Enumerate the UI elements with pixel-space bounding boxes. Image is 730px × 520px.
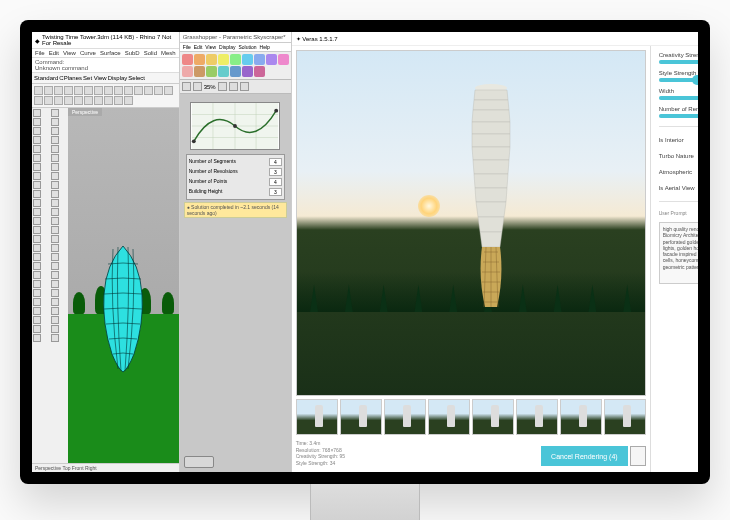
gh-node[interactable] xyxy=(184,456,214,468)
gh-component-icon[interactable] xyxy=(206,66,217,77)
rhino-tool-icon[interactable] xyxy=(64,96,73,105)
prompt-textarea[interactable]: high quality rendering of modern bee hiv… xyxy=(659,222,698,284)
gh-component-tabs[interactable] xyxy=(180,52,291,80)
param-value[interactable]: 4 xyxy=(269,178,282,186)
gh-component-icon[interactable] xyxy=(194,54,205,65)
rhino-footer-tabs[interactable]: Perspective Top Front Right xyxy=(32,463,179,472)
rhino-side-tool[interactable] xyxy=(33,217,41,225)
rhino-side-tool[interactable] xyxy=(33,253,41,261)
rhino-tool-icon[interactable] xyxy=(104,86,113,95)
rhino-side-tool[interactable] xyxy=(51,136,59,144)
rhino-side-tool[interactable] xyxy=(51,244,59,252)
gh-component-icon[interactable] xyxy=(254,54,265,65)
rhino-tool-icon[interactable] xyxy=(164,86,173,95)
rhino-side-toolbar-right[interactable] xyxy=(50,108,68,463)
rhino-side-tool[interactable] xyxy=(51,307,59,315)
render-thumbnail[interactable] xyxy=(340,399,382,435)
rhino-side-tool[interactable] xyxy=(33,163,41,171)
vt-display[interactable]: Display xyxy=(108,75,128,81)
vt-cplanes[interactable]: CPlanes xyxy=(59,75,82,81)
rhino-menubar[interactable]: File Edit View Curve Surface SubD Solid … xyxy=(32,49,179,58)
rhino-side-tool[interactable] xyxy=(33,181,41,189)
gh-toolbar[interactable]: 35% xyxy=(180,80,291,94)
rhino-side-tool[interactable] xyxy=(51,181,59,189)
rhino-side-tool[interactable] xyxy=(51,316,59,324)
rhino-side-tool[interactable] xyxy=(33,298,41,306)
rhino-side-tool[interactable] xyxy=(51,190,59,198)
rhino-side-toolbar-left[interactable] xyxy=(32,108,50,463)
rhino-view-toolbar[interactable]: Standard CPlanes Set View Display Select xyxy=(32,73,179,84)
gh-zoom[interactable]: 35% xyxy=(204,84,216,90)
rhino-side-tool[interactable] xyxy=(51,208,59,216)
param-value[interactable]: 4 xyxy=(269,158,282,166)
param-value[interactable]: 3 xyxy=(269,188,282,196)
gh-component-icon[interactable] xyxy=(266,54,277,65)
rhino-tool-icon[interactable] xyxy=(114,96,123,105)
render-thumbnail[interactable] xyxy=(384,399,426,435)
rhino-side-tool[interactable] xyxy=(33,244,41,252)
slider-width[interactable] xyxy=(659,96,698,100)
gh-menu-view[interactable]: View xyxy=(205,44,216,50)
rhino-tool-icon[interactable] xyxy=(144,86,153,95)
param-value[interactable]: 3 xyxy=(269,168,282,176)
menu-surface[interactable]: Surface xyxy=(100,50,121,56)
rhino-command-line[interactable]: Command: Unknown command xyxy=(32,58,179,73)
rhino-side-tool[interactable] xyxy=(33,172,41,180)
gh-tool-icon[interactable] xyxy=(218,82,227,91)
rhino-side-tool[interactable] xyxy=(33,325,41,333)
rhino-side-tool[interactable] xyxy=(51,172,59,180)
gh-menu-help[interactable]: Help xyxy=(260,44,270,50)
rhino-tool-icon[interactable] xyxy=(114,86,123,95)
rhino-side-tool[interactable] xyxy=(51,145,59,153)
rhino-side-tool[interactable] xyxy=(33,289,41,297)
gh-graph-editor[interactable] xyxy=(190,102,280,150)
cancel-rendering-button[interactable]: Cancel Rendering (4) xyxy=(541,446,628,466)
rhino-side-tool[interactable] xyxy=(33,145,41,153)
menu-edit[interactable]: Edit xyxy=(49,50,59,56)
rhino-tool-icon[interactable] xyxy=(44,86,53,95)
rhino-side-tool[interactable] xyxy=(33,190,41,198)
rhino-tool-icon[interactable] xyxy=(104,96,113,105)
menu-mesh[interactable]: Mesh xyxy=(161,50,176,56)
render-thumbnails[interactable] xyxy=(296,396,646,438)
gh-menubar[interactable]: File Edit View Display Solution Help xyxy=(180,43,291,52)
slider-creativity-strength[interactable] xyxy=(659,60,698,64)
rhino-tool-icon[interactable] xyxy=(154,86,163,95)
viewport-tab[interactable]: Perspective xyxy=(68,108,102,116)
rhino-tool-icon[interactable] xyxy=(94,96,103,105)
rhino-side-tool[interactable] xyxy=(33,307,41,315)
rhino-tool-icon[interactable] xyxy=(74,96,83,105)
rhino-side-tool[interactable] xyxy=(33,199,41,207)
rhino-side-tool[interactable] xyxy=(33,154,41,162)
rhino-side-tool[interactable] xyxy=(33,127,41,135)
gh-menu-display[interactable]: Display xyxy=(219,44,235,50)
gh-component-icon[interactable] xyxy=(230,66,241,77)
rhino-side-tool[interactable] xyxy=(51,298,59,306)
rhino-side-tool[interactable] xyxy=(51,280,59,288)
gh-component-icon[interactable] xyxy=(182,54,193,65)
rhino-side-tool[interactable] xyxy=(33,226,41,234)
rhino-side-tool[interactable] xyxy=(33,334,41,342)
gh-component-icon[interactable] xyxy=(254,66,265,77)
gh-menu-file[interactable]: File xyxy=(183,44,191,50)
gh-tool-icon[interactable] xyxy=(240,82,249,91)
rhino-tool-icon[interactable] xyxy=(124,86,133,95)
rhino-tool-icon[interactable] xyxy=(84,96,93,105)
gh-menu-solution[interactable]: Solution xyxy=(239,44,257,50)
vt-setview[interactable]: Set View xyxy=(83,75,107,81)
slider-style-strength[interactable] xyxy=(659,78,698,82)
rhino-side-tool[interactable] xyxy=(51,271,59,279)
menu-view[interactable]: View xyxy=(63,50,76,56)
rhino-side-tool[interactable] xyxy=(51,154,59,162)
rhino-side-tool[interactable] xyxy=(51,109,59,117)
rhino-tool-icon[interactable] xyxy=(124,96,133,105)
menu-curve[interactable]: Curve xyxy=(80,50,96,56)
rhino-tool-icon[interactable] xyxy=(94,86,103,95)
render-thumbnail[interactable] xyxy=(604,399,646,435)
rhino-tool-icon[interactable] xyxy=(54,96,63,105)
rhino-tool-icon[interactable] xyxy=(74,86,83,95)
rhino-side-tool[interactable] xyxy=(33,262,41,270)
gh-canvas[interactable]: Number of Segments4Number of Revolsions3… xyxy=(180,94,291,472)
gh-params-panel[interactable]: Number of Segments4Number of Revolsions3… xyxy=(186,154,285,200)
gh-component-icon[interactable] xyxy=(206,54,217,65)
